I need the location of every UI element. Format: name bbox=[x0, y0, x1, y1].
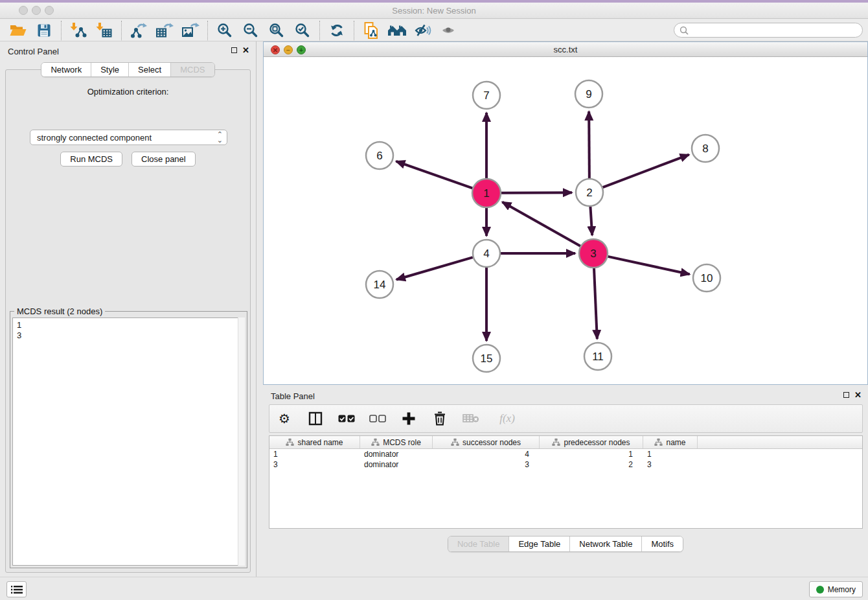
column-header-MCDS-role[interactable]: MCDS role bbox=[360, 436, 433, 448]
column-label: MCDS role bbox=[383, 438, 421, 447]
table-cell[interactable]: 1 bbox=[540, 449, 643, 459]
column-header-name[interactable]: name bbox=[643, 436, 698, 448]
table-cell[interactable]: 3 bbox=[643, 459, 698, 470]
clone-network-icon[interactable] bbox=[358, 21, 384, 40]
graph-node-label: 10 bbox=[701, 272, 713, 284]
table-cell[interactable]: 2 bbox=[540, 459, 643, 470]
criterion-dropdown[interactable]: strongly connected component ⌃⌄ bbox=[30, 130, 227, 145]
graph-node-label: 9 bbox=[586, 88, 591, 100]
table-row[interactable]: 3dominator323 bbox=[269, 459, 862, 470]
graph-node-label: 4 bbox=[483, 248, 489, 260]
graph-edge-3-10[interactable] bbox=[608, 257, 689, 274]
column-type-icon bbox=[286, 438, 294, 446]
table-cell[interactable]: 4 bbox=[433, 449, 540, 459]
graph-edge-4-14[interactable] bbox=[396, 257, 473, 279]
close-panel-button[interactable]: Close panel bbox=[131, 152, 196, 167]
table-cell[interactable]: 3 bbox=[433, 459, 540, 470]
column-header-predecessor-nodes[interactable]: predecessor nodes bbox=[540, 436, 643, 448]
import-network-icon[interactable] bbox=[65, 21, 91, 40]
graph-edge-3-11[interactable] bbox=[594, 268, 597, 339]
toolbar-separator bbox=[354, 21, 354, 40]
export-table-icon[interactable] bbox=[152, 21, 177, 40]
optimization-criterion-label: Optimization criterion: bbox=[6, 87, 250, 97]
node-table[interactable]: shared nameMCDS rolesuccessor nodesprede… bbox=[269, 435, 863, 529]
column-type-icon bbox=[451, 438, 459, 446]
add-column-icon[interactable] bbox=[400, 410, 417, 427]
tab-mcds[interactable]: MCDS bbox=[171, 63, 214, 76]
import-table-icon[interactable] bbox=[91, 21, 117, 40]
zoom-fit-icon[interactable] bbox=[264, 21, 290, 40]
zoom-selected-icon[interactable] bbox=[290, 21, 315, 40]
tab-edge-table[interactable]: Edge Table bbox=[509, 537, 570, 551]
tab-network-table[interactable]: Network Table bbox=[570, 537, 642, 551]
graph-edge-1-2[interactable] bbox=[501, 192, 572, 193]
export-image-icon[interactable] bbox=[177, 21, 203, 40]
network-graph[interactable]: 7968124314101511 bbox=[264, 58, 867, 385]
hide-graphics-details-icon[interactable] bbox=[410, 21, 436, 40]
network-window-titlebar[interactable]: ✕ − + scc.txt bbox=[264, 42, 867, 57]
search-box[interactable] bbox=[674, 23, 863, 38]
search-icon bbox=[680, 26, 689, 35]
network-canvas[interactable]: 7968124314101511 bbox=[264, 58, 867, 384]
open-session-icon[interactable] bbox=[5, 21, 31, 40]
search-input[interactable] bbox=[689, 25, 857, 36]
status-bar: Memory bbox=[0, 577, 868, 600]
table-row[interactable]: 1dominator411 bbox=[269, 449, 862, 459]
graph-edge-2-8[interactable] bbox=[603, 155, 689, 188]
graph-edge-2-3[interactable] bbox=[590, 207, 592, 235]
tab-network[interactable]: Network bbox=[41, 63, 91, 76]
graph-edge-3-1[interactable] bbox=[502, 202, 580, 246]
float-table-panel-icon[interactable] bbox=[843, 392, 849, 398]
function-builder-icon: f(x) bbox=[494, 410, 521, 427]
zoom-in-icon[interactable] bbox=[212, 21, 238, 40]
mcds-result-line: 1 bbox=[17, 320, 240, 330]
column-type-icon bbox=[371, 438, 380, 446]
graph-node-label: 8 bbox=[702, 143, 708, 155]
control-panel-title: Control Panel bbox=[8, 47, 59, 56]
task-history-button[interactable] bbox=[6, 581, 27, 597]
zoom-out-icon[interactable] bbox=[238, 21, 264, 40]
mcds-tab-content: Optimization criterion: strongly connect… bbox=[5, 69, 251, 573]
graph-edge-2-9[interactable] bbox=[589, 111, 589, 178]
table-panel-tabs: Node TableEdge TableNetwork TableMotifs bbox=[448, 536, 683, 552]
delete-column-icon[interactable] bbox=[431, 410, 448, 427]
graph-node-label: 1 bbox=[483, 187, 489, 200]
first-neighbors-icon[interactable] bbox=[384, 21, 410, 40]
table-cell[interactable]: 3 bbox=[269, 459, 360, 470]
save-session-icon[interactable] bbox=[31, 21, 57, 40]
table-header-row: shared nameMCDS rolesuccessor nodesprede… bbox=[269, 436, 862, 449]
mcds-result-title: MCDS result (2 nodes) bbox=[14, 306, 105, 316]
control-panel-tabs: NetworkStyleSelectMCDS bbox=[41, 62, 214, 77]
column-layout-icon[interactable] bbox=[307, 410, 324, 427]
float-panel-icon[interactable] bbox=[231, 47, 237, 53]
table-cell[interactable]: dominator bbox=[360, 459, 433, 470]
settings-gear-icon[interactable]: ⚙ bbox=[276, 410, 293, 427]
vertical-splitter[interactable] bbox=[257, 41, 263, 577]
apply-layout-icon[interactable] bbox=[324, 21, 350, 40]
table-toolbar: ⚙ f(x) bbox=[269, 404, 863, 433]
tab-select[interactable]: Select bbox=[129, 63, 171, 76]
tab-style[interactable]: Style bbox=[91, 63, 129, 76]
window-titlebar: Session: New Session bbox=[0, 0, 868, 19]
mcds-result-textarea[interactable]: 13 bbox=[12, 317, 245, 566]
table-cell[interactable]: 1 bbox=[643, 449, 698, 459]
table-cell[interactable]: dominator bbox=[360, 449, 433, 459]
tab-node-table[interactable]: Node Table bbox=[448, 537, 510, 551]
hide-columns-icon[interactable] bbox=[369, 410, 386, 427]
result-scrollbar[interactable] bbox=[238, 317, 245, 566]
column-header-successor-nodes[interactable]: successor nodes bbox=[433, 436, 540, 448]
show-columns-icon[interactable] bbox=[338, 410, 355, 427]
export-network-icon[interactable] bbox=[126, 21, 152, 40]
tab-motifs[interactable]: Motifs bbox=[642, 537, 683, 551]
column-label: name bbox=[666, 438, 685, 447]
close-panel-icon[interactable]: ✕ bbox=[242, 47, 249, 54]
column-header-shared-name[interactable]: shared name bbox=[269, 436, 360, 448]
graph-edge-1-6[interactable] bbox=[396, 161, 472, 188]
memory-button[interactable]: Memory bbox=[809, 581, 863, 597]
table-cell[interactable]: 1 bbox=[269, 449, 360, 459]
close-table-panel-icon[interactable]: ✕ bbox=[854, 391, 862, 398]
run-mcds-button[interactable]: Run MCDS bbox=[60, 152, 122, 167]
memory-status-icon bbox=[816, 586, 824, 594]
criterion-value: strongly connected component bbox=[37, 133, 217, 143]
table-panel: Table Panel ✕ ⚙ f(x) shared nameMCDS ro bbox=[263, 386, 868, 577]
